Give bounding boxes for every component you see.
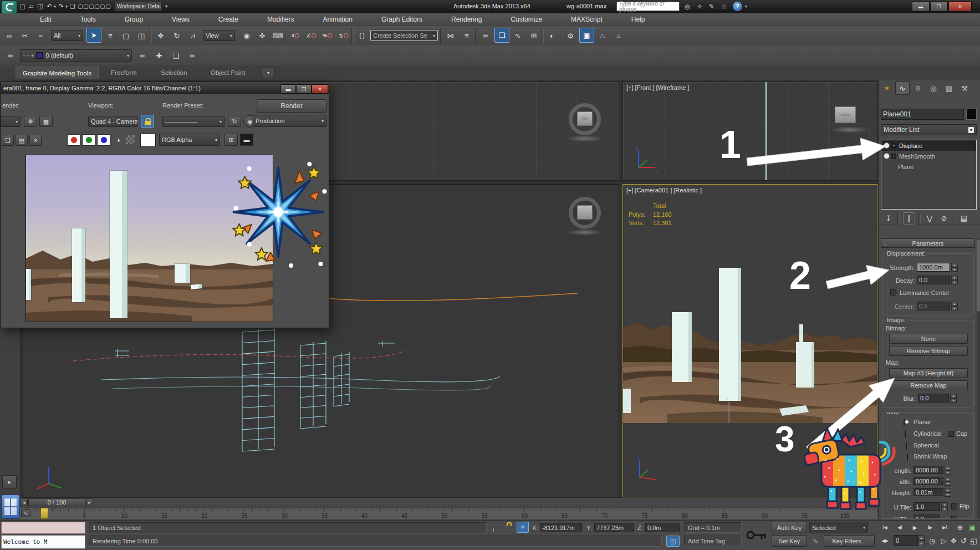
luminance-center-checkbox[interactable] — [890, 289, 896, 296]
u-tile-field[interactable]: 1.0 — [913, 502, 940, 511]
rfw-channel-dropdown[interactable]: RGB Alpha▾ — [159, 134, 220, 146]
previous-frame-icon[interactable]: ◀Ⅰ — [893, 522, 907, 533]
menu-views[interactable]: Views — [172, 16, 190, 23]
height-spinner[interactable]: ▲▼ — [945, 488, 951, 496]
width-spinner[interactable]: ▲▼ — [945, 477, 951, 485]
menu-graph-editors[interactable]: Graph Editors — [381, 16, 422, 23]
maxscript-mini-listener-white[interactable]: Welcome to M — [1, 535, 85, 549]
sign-in-icon[interactable]: ✧ — [694, 1, 705, 12]
rfw-area-dropdown[interactable]: ▾ — [1, 116, 21, 127]
panel-scrollbar[interactable] — [977, 238, 980, 519]
tab-motion[interactable]: ◎ — [926, 82, 941, 95]
u-flip-checkbox[interactable] — [951, 503, 957, 510]
key-filters-button[interactable]: Key Filters... — [824, 535, 875, 547]
menu-edit[interactable]: Edit — [40, 16, 52, 23]
absolute-offset-icon[interactable]: ⌖ — [517, 522, 529, 533]
height-field[interactable]: 0.01m — [913, 488, 943, 496]
tab-modify[interactable]: ∿ — [895, 82, 910, 95]
add-selection-to-layer-icon[interactable]: ✚ — [152, 48, 166, 63]
strength-field[interactable]: 1000.0m — [917, 263, 950, 272]
width-field[interactable]: 8008.00 — [913, 477, 943, 485]
select-and-manipulate-icon[interactable]: ✜ — [255, 28, 269, 43]
select-objects-in-layer-icon[interactable]: ❏ — [169, 48, 183, 63]
toolbar-slot-4[interactable]: ▢ — [94, 1, 100, 12]
unlink-selection-icon[interactable]: ✂ — [18, 28, 32, 43]
tab-selection[interactable]: Selection — [161, 69, 187, 76]
z-coordinate-field[interactable]: 0.0m — [645, 523, 680, 532]
workspace-dropdown[interactable]: Workspace: Default▾ — [114, 2, 162, 11]
rfw-lock-button[interactable] — [141, 115, 154, 128]
tab-freeform[interactable]: Freeform — [111, 69, 137, 76]
undo-button[interactable]: ↶ — [45, 1, 53, 12]
select-by-name-icon[interactable]: ≡ — [103, 28, 118, 43]
menu-customize[interactable]: Customize — [511, 16, 542, 23]
set-keys-key-icon[interactable] — [745, 524, 768, 546]
viewcube-top[interactable]: TOP — [577, 111, 593, 126]
layer-explorer-icon[interactable]: ≣ — [3, 48, 18, 63]
project-folder-button[interactable]: ❏ — [69, 1, 76, 12]
timeline-frame-handle[interactable] — [40, 508, 48, 519]
mirror-icon[interactable]: ⋈ — [443, 28, 458, 43]
align-icon[interactable]: ≡ — [460, 28, 474, 43]
expand-icon[interactable]: + — [891, 143, 896, 148]
rfw-title-bar[interactable]: era001, frame 0, Display Gamma: 2.2, RGB… — [1, 82, 329, 94]
keyboard-override-icon[interactable]: ⌨ — [270, 28, 285, 43]
menu-modifiers[interactable]: Modifiers — [267, 16, 294, 23]
pin-stack-icon[interactable]: ↧ — [883, 213, 894, 224]
rendered-frame-window[interactable]: era001, frame 0, Display Gamma: 2.2, RGB… — [0, 82, 329, 328]
menu-rendering[interactable]: Rendering — [451, 16, 482, 23]
mini-curve-editor-button[interactable]: ∿ — [21, 510, 30, 517]
rfw-preset-dropdown[interactable]: ----------------▾ — [162, 116, 224, 127]
restore-button[interactable]: ❐ — [930, 1, 948, 12]
create-new-layer-icon[interactable]: ≣ — [135, 48, 150, 63]
viewcube-perspective[interactable] — [577, 205, 593, 220]
select-and-rotate-icon[interactable]: ↻ — [170, 28, 184, 43]
key-mode-toggle-icon[interactable]: ◀▶ — [878, 535, 892, 547]
stack-item-meshsmooth[interactable]: + MeshSmooth — [881, 151, 976, 161]
menu-group[interactable]: Group — [125, 16, 143, 23]
rfw-viewport-dropdown[interactable]: Quad 4 - Camera(▾ — [88, 116, 138, 127]
workspace-extra-caret-icon[interactable]: ▾ — [163, 2, 170, 11]
frame-spinner[interactable]: ▲▼ — [918, 535, 925, 546]
object-color-swatch[interactable] — [966, 109, 977, 120]
length-field[interactable]: 8008.00 — [913, 466, 943, 474]
default-in-out-tangent-icon[interactable]: ∿ — [809, 536, 821, 546]
menu-help[interactable]: Help — [631, 16, 645, 23]
x-coordinate-field[interactable]: -8121.917m — [540, 523, 582, 532]
select-and-move-icon[interactable]: ✥ — [154, 28, 168, 43]
open-file-button[interactable]: ▱ — [27, 1, 35, 12]
rfw-print-image-button[interactable]: ▤ — [16, 135, 28, 146]
named-selection-set-dropdown[interactable]: Create Selection Se▾ — [370, 30, 438, 41]
rfw-auto-region-button[interactable]: ▦ — [39, 116, 53, 127]
scene-explorer-icon[interactable]: ❏ — [494, 28, 509, 43]
strength-spinner[interactable]: ▲▼ — [951, 263, 958, 272]
favorites-icon[interactable]: ☆ — [718, 1, 729, 12]
green-channel-button[interactable] — [82, 134, 95, 146]
orbit-view-icon[interactable]: ↺ — [959, 536, 968, 546]
rectangular-selection-region-icon[interactable]: ▢ — [119, 28, 133, 43]
snap-toggle-3d-icon[interactable]: 3Ω — [288, 28, 303, 43]
make-unique-icon[interactable]: ⋁ — [924, 213, 935, 224]
show-end-result-icon[interactable]: ∥ — [903, 212, 915, 225]
spherical-radio[interactable] — [906, 442, 907, 450]
decay-spinner[interactable]: ▲▼ — [951, 276, 958, 284]
auto-key-button[interactable]: Auto Key — [772, 522, 807, 533]
max-logo[interactable] — [1, 1, 17, 14]
use-pivot-center-icon[interactable]: ◉ — [239, 28, 254, 43]
object-name-field[interactable]: Plane001 — [881, 109, 964, 120]
planar-radio[interactable] — [904, 419, 905, 426]
u-tile-spinner[interactable]: ▲▼ — [941, 502, 948, 511]
rfw-clear-button[interactable]: ✕ — [29, 135, 42, 146]
length-spinner[interactable]: ▲▼ — [945, 466, 951, 474]
remove-map-button[interactable]: Remove Map — [889, 380, 968, 390]
blur-field[interactable]: 0.0 — [918, 394, 949, 403]
toolbar-slot-5[interactable]: ▢ — [100, 1, 105, 12]
center-field[interactable]: 0.5 — [917, 302, 950, 310]
set-key-button[interactable]: Set Key — [772, 535, 807, 547]
render-setup-icon[interactable]: ⚙ — [563, 28, 578, 43]
redo-caret-icon[interactable]: ▾ — [64, 1, 69, 12]
y-coordinate-field[interactable]: 7737.23m — [594, 523, 634, 532]
tab-utilities[interactable]: ⚒ — [957, 82, 972, 95]
menu-maxscript[interactable]: MAXScript — [571, 16, 603, 23]
maximize-viewport-toggle-icon[interactable]: ◱ — [969, 536, 978, 546]
